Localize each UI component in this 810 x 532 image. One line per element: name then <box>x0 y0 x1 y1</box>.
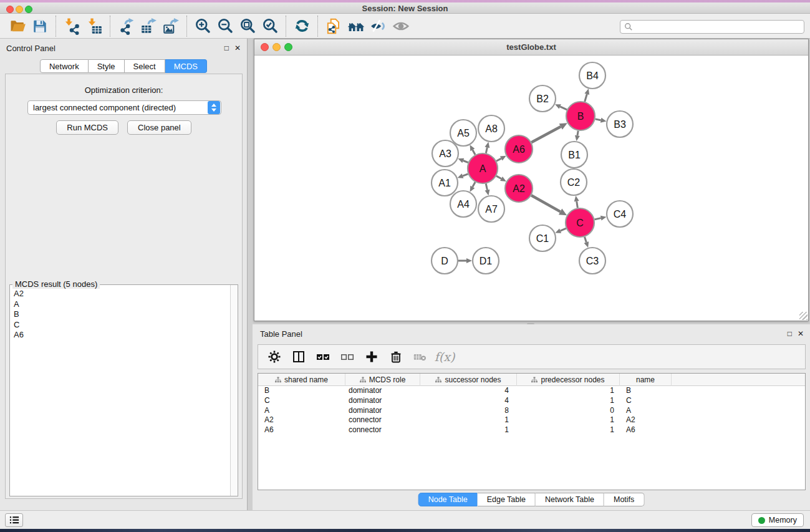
result-item[interactable]: A <box>14 299 230 310</box>
cell[interactable]: dominator <box>345 386 420 396</box>
cell[interactable] <box>672 425 805 435</box>
edge-A2-C[interactable] <box>531 195 561 211</box>
zoom-selected-button[interactable] <box>259 16 281 37</box>
tab-select[interactable]: Select <box>125 59 165 73</box>
cell[interactable]: 1 <box>517 386 620 396</box>
mcds-result-list[interactable]: A2ABCA6 <box>10 286 230 496</box>
deselect-all-columns-button[interactable] <box>340 349 355 364</box>
edge-A-A7[interactable] <box>486 183 487 190</box>
task-history-button[interactable] <box>5 513 23 527</box>
first-neighbors-button[interactable] <box>345 16 367 37</box>
resize-grip[interactable] <box>799 312 808 320</box>
cell[interactable]: connector <box>345 415 420 425</box>
cell[interactable]: A2 <box>258 415 345 425</box>
cell[interactable] <box>672 406 805 416</box>
select-all-columns-button[interactable] <box>316 349 330 364</box>
edge-A6-B[interactable] <box>531 127 561 142</box>
column-layout-button[interactable] <box>291 349 306 364</box>
result-scrollbar[interactable] <box>230 285 238 496</box>
save-session-button[interactable] <box>29 16 51 37</box>
delete-table-button[interactable] <box>413 349 428 364</box>
edge-A-A3[interactable] <box>463 161 468 163</box>
column-header-shared-name[interactable]: shared name <box>258 374 345 386</box>
search-input[interactable] <box>635 21 804 32</box>
cell[interactable] <box>672 386 805 396</box>
table-row[interactable]: Bdominator41B <box>258 386 805 396</box>
show-all-button[interactable] <box>390 16 412 37</box>
float-table-panel-icon[interactable]: □ <box>788 329 792 338</box>
hide-selected-button[interactable] <box>367 16 390 37</box>
memory-button[interactable]: Memory <box>751 513 804 527</box>
column-header-predecessor-nodes[interactable]: predecessor nodes <box>517 374 620 386</box>
tab-network[interactable]: Network <box>40 59 89 73</box>
tab-network-table[interactable]: Network Table <box>536 493 604 506</box>
edge-A-A6[interactable] <box>496 158 501 161</box>
cell[interactable]: 1 <box>420 415 517 425</box>
cell[interactable]: 8 <box>420 406 517 416</box>
cell[interactable]: A6 <box>258 425 345 435</box>
export-image-button[interactable] <box>160 16 182 37</box>
function-builder-button[interactable]: f(x) <box>437 349 452 364</box>
cell[interactable]: dominator <box>345 406 420 416</box>
table-row[interactable]: A2connector11A2 <box>258 415 805 425</box>
edge-A-A4[interactable] <box>473 182 475 187</box>
result-item[interactable]: A6 <box>14 330 230 341</box>
cell[interactable]: A2 <box>620 415 672 425</box>
edge-B-B1[interactable] <box>577 131 578 136</box>
cell[interactable] <box>672 415 805 425</box>
criterion-dropdown[interactable]: largest connected component (directed) <box>27 100 221 115</box>
edge-C-C4[interactable] <box>594 218 600 220</box>
float-panel-icon[interactable]: □ <box>224 44 229 52</box>
cell[interactable]: B <box>620 386 672 396</box>
tab-node-table[interactable]: Node Table <box>418 493 478 506</box>
zoom-in-button[interactable] <box>191 16 214 37</box>
edge-A-A8[interactable] <box>486 147 487 153</box>
cell[interactable]: C <box>620 396 672 406</box>
import-network-button[interactable] <box>60 16 83 37</box>
tab-edge-table[interactable]: Edge Table <box>478 493 536 506</box>
edge-B-B3[interactable] <box>595 119 601 120</box>
tab-mcds[interactable]: MCDS <box>165 59 207 73</box>
close-panel-icon[interactable]: ✕ <box>234 44 241 52</box>
export-table-button[interactable] <box>137 16 160 37</box>
cell[interactable]: A <box>620 406 672 416</box>
edge-A-A2[interactable] <box>496 176 501 178</box>
edge-B-B2[interactable] <box>560 107 567 110</box>
cell[interactable]: 1 <box>517 396 620 406</box>
cell[interactable]: A6 <box>620 425 672 435</box>
import-table-button[interactable] <box>83 16 105 37</box>
new-network-from-selection-button[interactable] <box>322 16 345 37</box>
cell[interactable]: B <box>258 386 345 396</box>
add-column-button[interactable] <box>364 349 379 364</box>
table-row[interactable]: Adominator80A <box>258 406 805 416</box>
cell[interactable]: 1 <box>517 415 620 425</box>
edge-C-C3[interactable] <box>584 237 586 243</box>
result-item[interactable]: C <box>14 320 230 331</box>
result-item[interactable]: A2 <box>14 289 230 299</box>
edge-B-B4[interactable] <box>585 94 587 102</box>
column-header-mcds-role[interactable]: MCDS role <box>345 374 420 386</box>
network-window-titlebar[interactable]: testGlobe.txt <box>254 39 808 56</box>
edge-C-C2[interactable] <box>577 201 578 208</box>
table-row[interactable]: A6connector11A6 <box>258 425 805 435</box>
tab-style[interactable]: Style <box>89 59 125 73</box>
edge-A-A1[interactable] <box>463 174 468 176</box>
search-field[interactable] <box>620 20 804 34</box>
export-network-button[interactable] <box>115 16 137 37</box>
network-graph-canvas[interactable]: B4B2BB3A8A5A6A3B1AC2A1A2A4A7C4CC1C3DD1 <box>254 56 808 321</box>
zoom-out-button[interactable] <box>214 16 236 37</box>
cell[interactable]: C <box>258 396 345 406</box>
cell[interactable]: dominator <box>345 396 420 406</box>
cell[interactable]: connector <box>345 425 420 435</box>
tab-motifs[interactable]: Motifs <box>604 493 644 506</box>
edge-C-C1[interactable] <box>561 228 566 231</box>
zoom-fit-button[interactable] <box>236 16 259 37</box>
cell[interactable] <box>672 396 805 406</box>
column-header-name[interactable]: name <box>620 374 672 386</box>
delete-column-button[interactable] <box>388 349 403 364</box>
cell[interactable]: A <box>258 406 345 416</box>
cell[interactable]: 0 <box>517 406 620 416</box>
refresh-button[interactable] <box>291 16 313 37</box>
cell[interactable]: 4 <box>420 386 517 396</box>
run-mcds-button[interactable]: Run MCDS <box>56 120 118 135</box>
